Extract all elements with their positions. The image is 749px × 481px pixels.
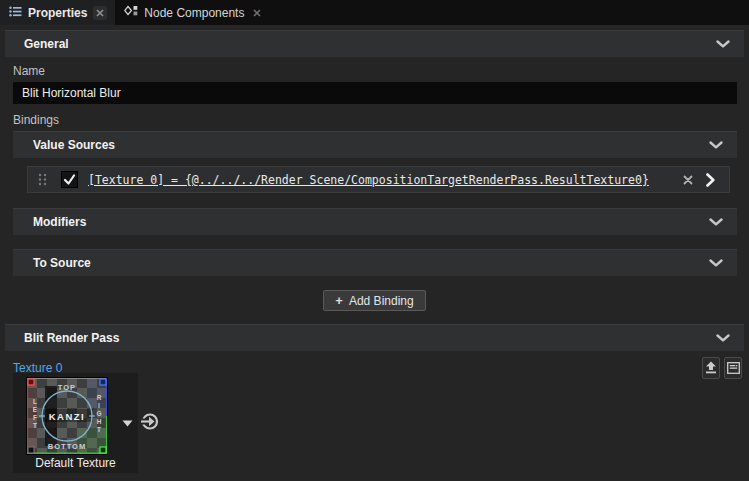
texture-selector-widget: KANZI TOP BOTTOM LEFT RIGHT Default Text…	[13, 373, 138, 473]
binding-row: [Texture 0] = {@../../../Render Scene/Co…	[27, 166, 730, 193]
plus-icon: +	[335, 293, 343, 308]
go-to-resource-icon[interactable]	[140, 412, 159, 431]
editor-window-icon	[727, 362, 740, 374]
name-input[interactable]	[13, 82, 737, 104]
kanzi-default-texture-image: KANZI TOP BOTTOM LEFT RIGHT	[27, 378, 107, 454]
upload-icon	[705, 361, 717, 374]
section-title: Modifiers	[33, 215, 86, 229]
open-editor-button[interactable]	[724, 357, 742, 379]
chevron-down-icon[interactable]	[709, 259, 723, 267]
section-title: Value Sources	[33, 138, 115, 152]
texture-top-label: TOP	[58, 383, 76, 392]
binding-enabled-checkbox[interactable]	[61, 171, 78, 188]
push-to-node-button[interactable]	[702, 357, 720, 379]
name-label: Name	[13, 64, 749, 78]
bindings-label: Bindings	[13, 113, 749, 127]
texture-dropdown-arrow[interactable]	[122, 416, 133, 430]
section-title: General	[24, 37, 69, 51]
node-components-icon	[124, 5, 138, 20]
section-title: To Source	[33, 256, 91, 270]
close-icon[interactable]	[93, 6, 107, 20]
texture-thumbnail[interactable]: KANZI TOP BOTTOM LEFT RIGHT	[26, 377, 108, 455]
tab-node-components[interactable]: Node Components	[115, 0, 272, 25]
section-header-general[interactable]: General	[5, 30, 744, 57]
checkmark-icon	[63, 173, 76, 186]
section-header-blit-render-pass[interactable]: Blit Render Pass	[5, 324, 744, 351]
section-header-modifiers[interactable]: Modifiers	[13, 208, 737, 235]
section-header-value-sources[interactable]: Value Sources	[13, 131, 737, 158]
drag-handle[interactable]	[38, 173, 47, 186]
remove-binding-icon[interactable]	[677, 169, 699, 191]
chevron-down-icon[interactable]	[709, 141, 723, 149]
texture-value-label: Default Texture	[13, 456, 138, 470]
add-binding-label: Add Binding	[349, 294, 414, 308]
binding-expression-link[interactable]: [Texture 0] = {@../../../Render Scene/Co…	[88, 173, 677, 187]
chevron-down-icon[interactable]	[716, 334, 730, 342]
go-to-binding-icon[interactable]	[699, 169, 721, 191]
texture-brand-text: KANZI	[49, 411, 86, 422]
tab-properties[interactable]: Properties	[0, 0, 115, 25]
tab-node-components-label: Node Components	[144, 6, 244, 20]
section-header-to-source[interactable]: To Source	[13, 249, 737, 276]
tab-bar: Properties Node Components	[0, 0, 749, 25]
tab-properties-label: Properties	[28, 6, 87, 20]
section-title: Blit Render Pass	[24, 331, 119, 345]
chevron-down-icon[interactable]	[716, 40, 730, 48]
texture-bottom-label: BOTTOM	[48, 442, 86, 451]
close-icon[interactable]	[250, 6, 264, 20]
properties-list-icon	[9, 6, 22, 20]
texture-right-label: RIGHT	[96, 394, 101, 433]
add-binding-button[interactable]: + Add Binding	[323, 290, 425, 311]
chevron-down-icon[interactable]	[709, 218, 723, 226]
